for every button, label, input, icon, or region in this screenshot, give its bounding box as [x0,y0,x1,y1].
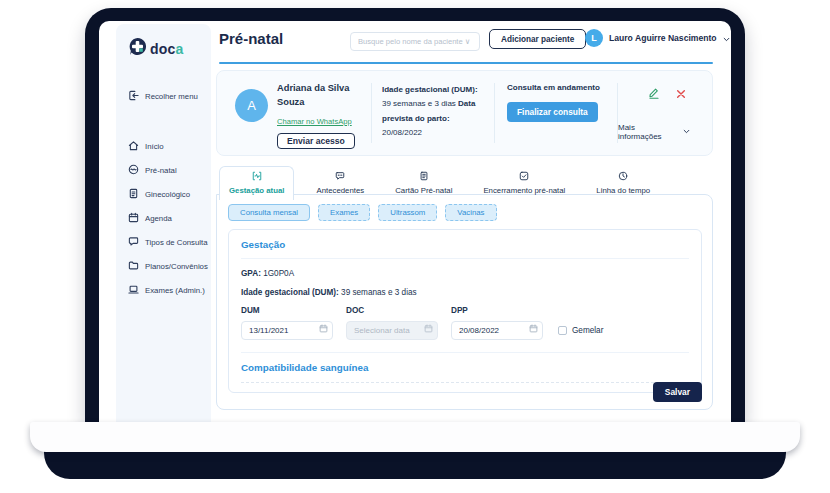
user-menu[interactable]: L Lauro Aguirre Nascimento [585,29,730,47]
section-title-compatibilidade: Compatibilidade sanguínea [241,353,689,383]
pill-vacinas[interactable]: Vacinas [445,204,496,221]
sidebar-item-inicio[interactable]: Início [116,134,211,158]
add-patient-button[interactable]: Adicionar paciente [489,29,586,49]
sidebar-item-exames-admin[interactable]: Exames (Admin.) [116,278,211,302]
pill-exames[interactable]: Exames [318,204,370,221]
send-access-button[interactable]: Enviar acesso [277,133,355,149]
patient-actions: Mais informações [618,81,704,145]
chevron-down-icon [683,128,690,137]
sidebar-item-pre-natal[interactable]: Pré-natal [116,158,211,182]
doc-label: DOC [346,306,438,315]
chevron-down-icon [723,29,730,47]
patient-name: Adriana da Silva Souza [277,81,371,110]
doc-field: DOC [346,306,438,340]
gpa-value: 1G0P0A [261,269,294,278]
sidebar-item-agenda[interactable]: Agenda [116,206,211,230]
chat-bubble-icon [128,236,139,249]
page-title: Pré-natal [219,30,283,47]
sidebar-item-ginecologico[interactable]: Ginecológico [116,182,211,206]
gpa-row: GPA: 1G0P0A [241,269,689,278]
tab-gestacao-atual[interactable]: Gestação atual [219,166,294,200]
save-button[interactable]: Salvar [653,382,702,402]
edit-pencil-icon[interactable] [648,85,660,103]
due-date-value: 20/08/2022 [382,128,422,137]
record-tabs: Gestação atual Antecedentes Cartão Pré-n… [219,166,659,200]
brand-logo: doca [128,37,211,60]
consultation-status-block: Consulta em andamento Finalizar consulta [495,81,617,145]
close-icon[interactable] [676,85,686,103]
doca-logo-icon [128,37,147,60]
tab-antecedentes[interactable]: Antecedentes [307,167,373,200]
user-name: Lauro Aguirre Nascimento [609,33,717,43]
laptop-screen-frame: doca Recolher menu Início [85,8,745,424]
consultation-status: Consulta em andamento [507,83,605,92]
header-divider [219,62,713,64]
gestational-age-value: 39 semanas e 3 dias [382,99,458,108]
user-avatar: L [585,29,603,47]
folder-icon [128,260,139,273]
sub-section-pills: Consulta mensal Exames Ultrassom Vacinas [228,204,712,221]
dum-field: DUM [241,306,333,340]
brand-name: doca [150,41,184,57]
laptop-deck [30,422,800,452]
ig-value: 39 semanas e 3 dias [339,288,417,297]
collapse-menu-icon [128,90,139,103]
finish-consultation-button[interactable]: Finalizar consulta [507,102,598,122]
patient-identity: A Adriana da Silva Souza Chamar no Whats… [225,81,371,145]
patient-search-input[interactable] [350,32,480,51]
gestational-age-row: Idade gestacional (DUM): 39 semanas e 3 … [241,288,689,297]
laptop-icon [128,284,139,297]
patient-avatar: A [235,89,268,122]
app-screen: doca Recolher menu Início [99,21,731,424]
dum-label: DUM [241,306,333,315]
document-icon [419,171,429,183]
section-title-gestacao: Gestação [241,230,689,259]
dpp-label: DPP [451,306,543,315]
sidebar-collapse-label: Recolher menu [145,92,198,101]
sidebar-item-planos-convenios[interactable]: Planos/Convênios [116,254,211,278]
date-fields-row: DUM DOC [241,306,689,340]
sidebar-nav: Início Pré-natal Ginecológico [116,134,211,302]
twin-label: Gemelar [572,326,603,335]
dpp-field: DPP [451,306,543,340]
gestation-form-card: Gestação GPA: 1G0P0A Idade gestacional (… [228,229,702,393]
patient-banner: A Adriana da Silva Souza Chamar no Whats… [216,70,713,156]
laptop-mockup: doca Recolher menu Início [0,0,830,493]
gestational-age-label: Idade gestacional (DUM): [382,85,478,94]
gpa-label: GPA: [241,269,261,278]
clock-icon [618,171,628,183]
tab-cartao-pre-natal[interactable]: Cartão Pré-natal [386,167,461,200]
calendar-icon [128,212,139,225]
document-icon [128,188,139,201]
more-info-toggle[interactable]: Mais informações [618,123,690,141]
prenatal-icon [128,164,139,177]
main-area: Pré-natal Adicionar paciente L Lauro Agu… [219,21,713,424]
sidebar: doca Recolher menu Início [116,24,211,424]
gestacao-atual-panel: Consulta mensal Exames Ultrassom Vacinas… [216,194,713,410]
sidebar-item-tipos-de-consulta[interactable]: Tipos de Consulta [116,230,211,254]
tab-encerramento-pre-natal[interactable]: Encerramento pré-natal [474,167,574,200]
ig-label: Idade gestacional (DUM): [241,288,339,297]
patient-search [350,30,480,49]
sidebar-collapse-button[interactable]: Recolher menu [116,84,211,108]
pill-consulta-mensal[interactable]: Consulta mensal [228,204,310,221]
check-square-icon [519,171,529,183]
pill-ultrassom[interactable]: Ultrassom [378,204,437,221]
laptop-base [44,448,786,479]
tab-linha-do-tempo[interactable]: Linha do tempo [587,167,659,200]
chat-bubble-icon [335,171,345,183]
twin-checkbox[interactable] [558,326,567,335]
pulse-brackets-icon [252,171,262,183]
twin-checkbox-group: Gemelar [558,326,603,335]
patient-gestation-info: Idade gestacional (DUM): 39 semanas e 3 … [372,81,494,145]
whatsapp-link[interactable]: Chamar no WhatsApp [277,117,352,126]
home-icon [128,140,139,153]
